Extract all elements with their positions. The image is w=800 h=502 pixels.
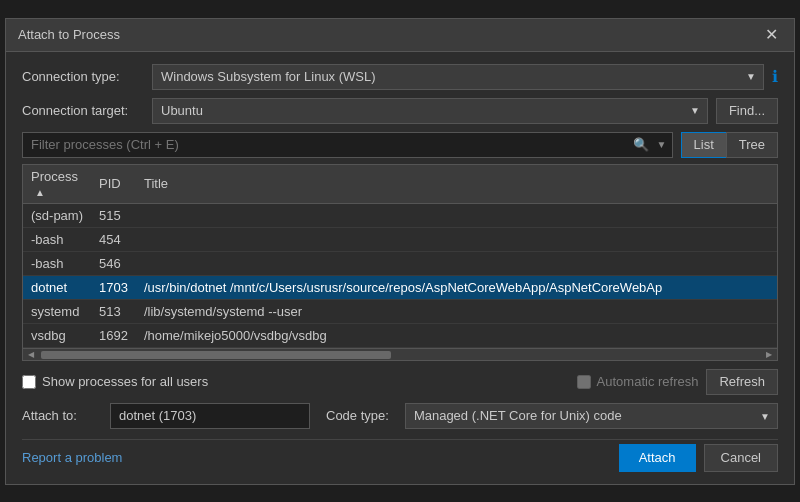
- attach-to-label: Attach to:: [22, 408, 102, 423]
- title-cell: [136, 227, 777, 251]
- code-type-wrapper: Managed (.NET Core for Unix) codeNative …: [405, 403, 778, 429]
- process-column-header[interactable]: Process ▲: [23, 165, 91, 204]
- title-cell: /home/mikejo5000/vsdbg/vsdbg: [136, 323, 777, 347]
- table-row[interactable]: (sd-pam)515: [23, 203, 777, 227]
- code-type-select[interactable]: Managed (.NET Core for Unix) codeNative …: [405, 403, 778, 429]
- table-row[interactable]: systemd513/lib/systemd/systemd --user: [23, 299, 777, 323]
- table-row[interactable]: vsdbg1692/home/mikejo5000/vsdbg/vsdbg: [23, 323, 777, 347]
- table-row[interactable]: dotnet1703/usr/bin/dotnet /mnt/c/Users/u…: [23, 275, 777, 299]
- scroll-left-arrow[interactable]: ◀: [23, 349, 39, 360]
- process-cell: -bash: [23, 227, 91, 251]
- connection-target-wrapper: Ubuntu ▼: [152, 98, 708, 124]
- pid-cell: 513: [91, 299, 136, 323]
- show-all-users-label[interactable]: Show processes for all users: [22, 374, 208, 389]
- auto-refresh-wrapper: Automatic refresh: [577, 374, 699, 389]
- pid-cell: 515: [91, 203, 136, 227]
- process-cell: vsdbg: [23, 323, 91, 347]
- attach-to-input[interactable]: [110, 403, 310, 429]
- sort-indicator: ▲: [35, 187, 45, 198]
- dialog-title: Attach to Process: [18, 27, 120, 42]
- footer-buttons: Attach Cancel: [619, 444, 778, 472]
- show-all-users-text: Show processes for all users: [42, 374, 208, 389]
- bottom-controls: Show processes for all users Automatic r…: [22, 361, 778, 403]
- process-table-scroll[interactable]: Process ▲ PID Title (sd-pam)515-: [23, 165, 777, 348]
- show-all-users-checkbox[interactable]: [22, 375, 36, 389]
- title-cell: /usr/bin/dotnet /mnt/c/Users/usrusr/sour…: [136, 275, 777, 299]
- process-cell: (sd-pam): [23, 203, 91, 227]
- tree-view-button[interactable]: Tree: [726, 132, 778, 158]
- connection-type-label: Connection type:: [22, 69, 152, 84]
- table-header-row: Process ▲ PID Title: [23, 165, 777, 204]
- title-column-header[interactable]: Title: [136, 165, 777, 204]
- pid-cell: 1692: [91, 323, 136, 347]
- process-cell: -bash: [23, 251, 91, 275]
- table-row[interactable]: -bash454: [23, 227, 777, 251]
- right-controls: Automatic refresh Refresh: [577, 369, 778, 395]
- connection-target-label: Connection target:: [22, 103, 152, 118]
- table-row[interactable]: -bash546: [23, 251, 777, 275]
- auto-refresh-text: Automatic refresh: [597, 374, 699, 389]
- title-cell: [136, 251, 777, 275]
- process-cell: systemd: [23, 299, 91, 323]
- process-table-container: Process ▲ PID Title (sd-pam)515-: [22, 164, 778, 361]
- attach-button[interactable]: Attach: [619, 444, 696, 472]
- connection-type-wrapper: Windows Subsystem for Linux (WSL)LocalRe…: [152, 64, 764, 90]
- scroll-right-arrow[interactable]: ▶: [761, 349, 777, 360]
- title-cell: [136, 203, 777, 227]
- footer-row: Report a problem Attach Cancel: [22, 439, 778, 472]
- title-bar: Attach to Process ✕: [6, 19, 794, 52]
- info-icon[interactable]: ℹ: [772, 67, 778, 86]
- filter-dropdown-arrow-icon[interactable]: ▼: [657, 139, 667, 150]
- cancel-button[interactable]: Cancel: [704, 444, 778, 472]
- auto-refresh-checkbox[interactable]: [577, 375, 591, 389]
- title-cell: /lib/systemd/systemd --user: [136, 299, 777, 323]
- refresh-button[interactable]: Refresh: [706, 369, 778, 395]
- close-button[interactable]: ✕: [761, 27, 782, 43]
- process-table: Process ▲ PID Title (sd-pam)515-: [23, 165, 777, 348]
- view-buttons: List Tree: [681, 132, 778, 158]
- pid-cell: 454: [91, 227, 136, 251]
- filter-input-wrapper: 🔍 ▼: [22, 132, 673, 158]
- report-problem-link[interactable]: Report a problem: [22, 450, 122, 465]
- process-cell: dotnet: [23, 275, 91, 299]
- attach-to-row: Attach to: Code type: Managed (.NET Core…: [22, 403, 778, 429]
- filter-input[interactable]: [22, 132, 673, 158]
- connection-type-row: Connection type: Windows Subsystem for L…: [22, 64, 778, 90]
- attach-to-process-dialog: Attach to Process ✕ Connection type: Win…: [5, 18, 795, 485]
- pid-column-header[interactable]: PID: [91, 165, 136, 204]
- pid-cell: 1703: [91, 275, 136, 299]
- filter-row: 🔍 ▼ List Tree: [22, 132, 778, 158]
- connection-target-row: Connection target: Ubuntu ▼ Find...: [22, 98, 778, 124]
- connection-type-select[interactable]: Windows Subsystem for Linux (WSL)LocalRe…: [152, 64, 764, 90]
- scrollbar-thumb[interactable]: [41, 351, 391, 359]
- code-type-label: Code type:: [326, 408, 389, 423]
- pid-cell: 546: [91, 251, 136, 275]
- dialog-content: Connection type: Windows Subsystem for L…: [6, 52, 794, 484]
- list-view-button[interactable]: List: [681, 132, 726, 158]
- connection-target-select[interactable]: Ubuntu: [152, 98, 708, 124]
- horizontal-scrollbar[interactable]: ◀ ▶: [23, 348, 777, 360]
- find-button[interactable]: Find...: [716, 98, 778, 124]
